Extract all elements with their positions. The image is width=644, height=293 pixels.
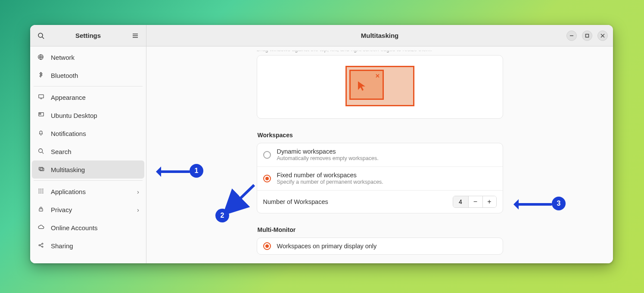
sidebar-item-label: Privacy xyxy=(51,206,72,213)
svg-rect-29 xyxy=(586,34,589,37)
grid-icon xyxy=(37,188,45,195)
minimize-button[interactable] xyxy=(566,31,577,41)
workspaces-count-spinner: 4 − + xyxy=(453,196,497,208)
sidebar-item-applications[interactable]: Applications › xyxy=(32,182,144,200)
main-pane: Multitasking Drag windows against the to… xyxy=(146,25,613,263)
radio-primary-display-only[interactable] xyxy=(263,242,271,250)
sidebar-item-sharing[interactable]: Sharing xyxy=(32,237,144,255)
settings-window: Settings 🌐︎ Network Bluetooth xyxy=(30,25,613,263)
svg-point-21 xyxy=(42,192,43,193)
svg-point-19 xyxy=(38,192,39,193)
bell-icon xyxy=(37,130,45,137)
window-controls xyxy=(566,31,608,41)
sidebar-item-privacy[interactable]: Privacy › xyxy=(32,200,144,219)
close-button[interactable] xyxy=(597,31,608,41)
cursor-icon xyxy=(357,80,367,95)
workspaces-count-row: Number of Workspaces 4 − + xyxy=(257,190,503,213)
svg-rect-5 xyxy=(38,95,43,98)
svg-rect-8 xyxy=(39,113,40,114)
edge-tiling-illustration: ✕ xyxy=(345,66,414,106)
cloud-icon xyxy=(37,224,45,231)
svg-line-27 xyxy=(40,245,42,246)
globe-icon: 🌐︎ xyxy=(37,54,45,61)
svg-rect-11 xyxy=(39,167,43,170)
sidebar-item-multitasking[interactable]: Multitasking xyxy=(32,160,144,179)
sidebar-separator xyxy=(34,86,143,86)
maximize-button[interactable] xyxy=(582,31,592,41)
multitasking-icon xyxy=(37,166,45,173)
multimonitor-panel: Workspaces on primary display only xyxy=(257,237,503,255)
svg-point-14 xyxy=(40,188,41,189)
svg-rect-22 xyxy=(39,209,43,211)
svg-point-13 xyxy=(38,188,39,189)
close-icon: ✕ xyxy=(375,73,380,79)
main-body[interactable]: Drag windows against the top, left, and … xyxy=(146,46,613,263)
hamburger-icon[interactable] xyxy=(130,30,141,41)
row-sublabel: Automatically removes empty workspaces. xyxy=(277,155,379,162)
sidebar-item-notifications[interactable]: Notifications xyxy=(32,124,144,142)
sidebar-item-bluetooth[interactable]: Bluetooth xyxy=(32,66,144,84)
svg-line-10 xyxy=(42,152,44,154)
svg-point-20 xyxy=(40,192,41,193)
increment-button[interactable]: + xyxy=(482,196,496,207)
sidebar-title: Settings xyxy=(47,32,130,39)
sidebar-item-label: Applications xyxy=(51,188,86,195)
sidebar-item-appearance[interactable]: Appearance xyxy=(32,88,144,106)
sidebar-item-label: Network xyxy=(51,54,75,61)
svg-rect-12 xyxy=(40,168,44,171)
multimonitor-section-title: Multi-Monitor xyxy=(258,226,503,233)
main-header: Multitasking xyxy=(146,25,613,46)
edge-tiling-illustration-panel: ✕ xyxy=(257,55,503,119)
lock-icon xyxy=(37,206,45,213)
sidebar-item-label: Sharing xyxy=(51,242,73,250)
workspaces-panel: Dynamic workspaces Automatically removes… xyxy=(257,143,503,213)
sidebar-item-label: Search xyxy=(51,148,72,155)
multimonitor-primary-row[interactable]: Workspaces on primary display only xyxy=(257,238,503,254)
decrement-button[interactable]: − xyxy=(469,196,482,207)
search-icon xyxy=(37,148,45,155)
svg-point-0 xyxy=(38,33,43,37)
workspaces-section-title: Workspaces xyxy=(258,132,503,139)
svg-point-9 xyxy=(39,148,43,152)
workspaces-fixed-row[interactable]: Fixed number of workspaces Specify a num… xyxy=(257,167,503,190)
svg-point-15 xyxy=(42,188,43,189)
svg-point-16 xyxy=(38,190,39,191)
sidebar-list: 🌐︎ Network Bluetooth Appearance xyxy=(30,46,146,263)
svg-line-1 xyxy=(42,37,44,39)
sidebar-item-search[interactable]: Search xyxy=(32,142,144,160)
svg-point-17 xyxy=(40,190,41,191)
page-title: Multitasking xyxy=(146,32,613,39)
workspaces-count-label: Number of Workspaces xyxy=(263,198,447,205)
sidebar-item-ubuntu-desktop[interactable]: Ubuntu Desktop xyxy=(32,106,144,124)
sidebar-header: Settings xyxy=(30,25,146,46)
bluetooth-icon xyxy=(37,72,45,79)
edge-hint-text: Drag windows against the top, left, and … xyxy=(257,46,503,52)
row-label: Workspaces on primary display only xyxy=(277,242,377,250)
sidebar-item-label: Bluetooth xyxy=(51,72,78,79)
svg-point-18 xyxy=(42,190,43,191)
row-label: Fixed number of workspaces xyxy=(277,171,383,179)
sidebar-separator xyxy=(34,180,143,181)
workspaces-dynamic-row[interactable]: Dynamic workspaces Automatically removes… xyxy=(257,143,503,167)
share-icon xyxy=(37,242,45,250)
row-label: Dynamic workspaces xyxy=(277,148,379,155)
sidebar-item-network[interactable]: 🌐︎ Network xyxy=(32,48,144,66)
svg-line-26 xyxy=(40,244,42,245)
chevron-right-icon: › xyxy=(137,188,139,195)
chevron-right-icon: › xyxy=(137,206,139,213)
desktop-icon xyxy=(37,111,45,119)
row-sublabel: Specify a number of permanent workspaces… xyxy=(277,179,383,186)
workspaces-count-value[interactable]: 4 xyxy=(453,196,469,207)
radio-dynamic-workspaces[interactable] xyxy=(263,151,271,159)
sidebar-item-label: Notifications xyxy=(51,130,86,137)
radio-fixed-workspaces[interactable] xyxy=(263,175,271,182)
sidebar-item-online-accounts[interactable]: Online Accounts xyxy=(32,219,144,237)
search-icon[interactable] xyxy=(35,30,47,41)
sidebar-item-label: Multitasking xyxy=(51,166,85,173)
sidebar-item-label: Ubuntu Desktop xyxy=(51,112,97,119)
display-icon xyxy=(37,93,45,101)
sidebar-item-label: Appearance xyxy=(51,94,86,101)
sidebar: Settings 🌐︎ Network Bluetooth xyxy=(30,25,146,263)
sidebar-item-label: Online Accounts xyxy=(51,224,97,231)
